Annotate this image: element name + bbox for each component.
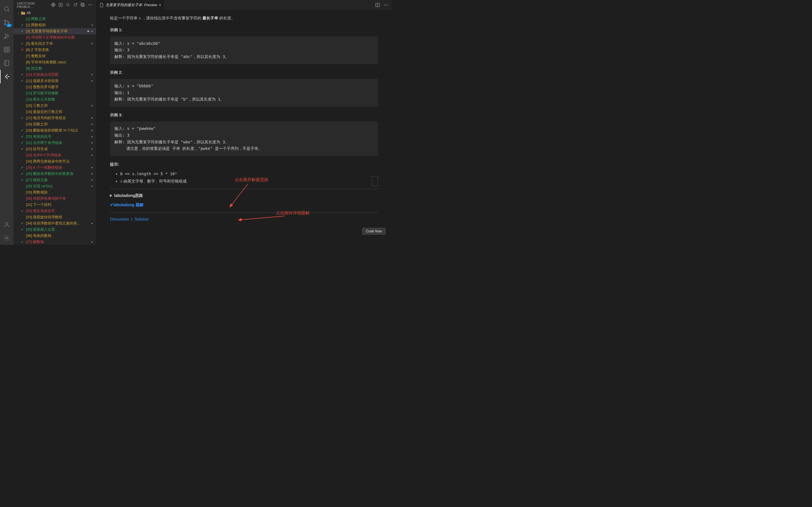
problem-label: [37] 解数独 — [26, 239, 89, 244]
problem-label: [27] 移除元素 — [26, 177, 89, 182]
check-icon: ✓ — [20, 240, 24, 244]
problem-label: [26] 删除有序数组中的重复项 — [26, 171, 89, 176]
sparkle-icon: ✦ — [91, 42, 93, 46]
labuladong-solution-link[interactable]: ✔labuladong 题解 — [110, 203, 144, 207]
sidebar-title: LEETCODE: PROBLE… — [17, 2, 49, 8]
problem-row[interactable]: [13] 罗马数字转整数 — [13, 90, 96, 96]
svg-marker-5 — [6, 34, 9, 38]
problem-label: [31] 下一个排列 — [26, 202, 93, 207]
explorer-icon[interactable] — [0, 56, 13, 70]
problem-row[interactable]: ✓[22] 括号生成✦ — [13, 146, 96, 152]
leetcode-icon[interactable] — [0, 70, 13, 83]
problem-row[interactable]: ✓[25] K 个一组翻转链表✦ — [13, 165, 96, 171]
source-control-icon[interactable]: 13 — [0, 16, 13, 29]
problem-label: [28] 实现 strStr() — [26, 184, 89, 189]
check-icon: ✓ — [20, 79, 24, 83]
discussion-link[interactable]: Discussion — [110, 217, 129, 221]
problem-row[interactable]: [30] 串联所有单词的子串 — [13, 195, 96, 202]
extensions-icon[interactable] — [0, 43, 13, 56]
globe-icon[interactable] — [50, 2, 56, 8]
code-now-button[interactable]: Code Now — [362, 228, 386, 235]
problem-row[interactable]: ✓[37] 解数独✦ — [13, 239, 96, 245]
collapse-icon[interactable] — [80, 2, 86, 8]
problem-row[interactable]: [36] 有效的数独 — [13, 233, 96, 239]
tab-preview[interactable]: 无重复字符的最长子串: Preview × — [96, 0, 164, 10]
problem-row[interactable]: [29] 两数相除 — [13, 189, 96, 195]
problem-row[interactable]: ✓[5] 最长回文子串✦ — [13, 41, 96, 47]
account-icon[interactable] — [0, 218, 13, 231]
problem-row[interactable]: ✓[34] 在排序数组中查找元素的第…✦ — [13, 220, 96, 226]
problem-row[interactable]: [9] 回文数 — [13, 65, 96, 71]
more-icon[interactable] — [87, 2, 93, 8]
problem-label: [5] 最长回文子串 — [26, 41, 89, 46]
new-window-icon[interactable] — [58, 2, 63, 8]
more-actions-icon[interactable] — [384, 3, 388, 7]
problem-label: [19] 删除链表的倒数第 N 个结点 — [26, 128, 89, 133]
svg-point-21 — [90, 4, 90, 5]
problem-label: [3] 无重复字符的最长子串 — [26, 29, 86, 34]
problem-intro: 给定一个字符串 s ，请你找出其中不含有重复字符的 最长子串 的长度。 — [110, 15, 378, 22]
problem-row[interactable]: ✓[11] 盛最多水的容器✦ — [13, 78, 96, 84]
problem-row[interactable]: [8] 字符串转换整数 (atoi) — [13, 59, 96, 65]
problem-row[interactable]: [18] 四数之和✦ — [13, 121, 96, 127]
gear-icon[interactable] — [0, 231, 13, 245]
editor-area: 无重复字符的最长子串: Preview × 给定一个字符串 s ，请你找出其中不… — [96, 0, 392, 245]
search-action-icon[interactable] — [65, 2, 71, 8]
hints-list: 0 <= s.length <= 5 * 10⁴ s 由英文字母、数字、符号和空… — [110, 171, 378, 185]
activity-bar: 13 — [0, 0, 13, 245]
search-icon[interactable] — [0, 2, 13, 16]
check-icon: ✓ — [20, 228, 24, 231]
labuladong-summary[interactable]: labuladong思路 — [110, 192, 378, 199]
example-3-label: 示例 3: — [110, 112, 378, 119]
svg-rect-10 — [7, 50, 9, 52]
tree-folder-all[interactable]: ⌄ All — [13, 10, 96, 16]
problem-row[interactable]: ✓[26] 删除有序数组中的重复项✦ — [13, 171, 96, 177]
problem-row[interactable]: ✓[10] 正则表达式匹配✦ — [13, 71, 96, 78]
separator — [110, 189, 378, 189]
problem-row[interactable]: ✓[19] 删除链表的倒数第 N 个结点✦ — [13, 127, 96, 133]
problem-row[interactable]: [7] 整数反转 — [13, 53, 96, 59]
problem-label: [22] 括号生成 — [26, 147, 89, 152]
problem-row[interactable]: ✓[17] 电话号码的字母组合✦ — [13, 115, 96, 121]
heart-icon: ♥ — [87, 30, 89, 33]
problem-row[interactable]: [23] 合并K个升序链表✦ — [13, 152, 96, 158]
check-icon: ✓ — [20, 128, 24, 132]
svg-rect-8 — [7, 47, 9, 49]
run-debug-icon[interactable] — [0, 29, 13, 43]
problem-row[interactable]: [15] 三数之和✦ — [13, 103, 96, 109]
image-placeholder — [372, 176, 378, 186]
problem-row[interactable]: [4] 寻找两个正序数组的中位数 — [13, 34, 96, 41]
problem-row[interactable]: ✓[3] 无重复字符的最长子串♥✦ — [13, 28, 96, 34]
problem-label: [10] 正则表达式匹配 — [26, 72, 89, 77]
problem-row[interactable]: [24] 两两交换链表中的节点 — [13, 158, 96, 165]
problem-label: [6] Z 字形变换 — [26, 47, 93, 52]
split-editor-icon[interactable] — [375, 3, 380, 7]
problem-row[interactable]: ✓[35] 搜索插入位置 — [13, 226, 96, 233]
problem-row[interactable]: [14] 最长公共前缀 — [13, 96, 96, 103]
problem-row[interactable]: [28] 实现 strStr()✦ — [13, 183, 96, 189]
scm-badge: 13 — [6, 24, 12, 27]
problem-row[interactable]: [33] 搜索旋转排序数组 — [13, 214, 96, 220]
problem-row[interactable]: [31] 下一个排列 — [13, 202, 96, 208]
problem-row[interactable]: ✓[20] 有效的括号✦ — [13, 133, 96, 140]
problem-row[interactable]: ✓[32] 最长有效括号 — [13, 208, 96, 214]
svg-point-2 — [4, 20, 6, 22]
x-icon: ✕ — [20, 48, 24, 52]
svg-line-17 — [69, 5, 70, 6]
svg-point-16 — [66, 3, 69, 6]
problem-row[interactable]: ✓[27] 移除元素✦ — [13, 177, 96, 183]
problem-row[interactable]: ✓[21] 合并两个有序链表✦ — [13, 140, 96, 146]
tab-actions — [375, 3, 392, 7]
check-icon: ✓ — [20, 116, 24, 120]
problem-row[interactable]: ✕[6] Z 字形变换 — [13, 47, 96, 53]
problem-row[interactable]: [16] 最接近的三数之和 — [13, 109, 96, 115]
close-icon[interactable]: × — [159, 3, 161, 7]
labuladong-details[interactable]: labuladong思路 — [110, 192, 378, 199]
check-icon: ✓ — [20, 73, 24, 76]
problem-row[interactable]: [1] 两数之和 — [13, 16, 96, 22]
solution-link[interactable]: Solution — [135, 217, 149, 221]
sparkle-icon: ✦ — [91, 154, 93, 157]
problem-row[interactable]: [12] 整数转罗马数字 — [13, 84, 96, 90]
refresh-icon[interactable] — [72, 2, 78, 8]
problem-row[interactable]: ✓[2] 两数相加✦ — [13, 22, 96, 28]
